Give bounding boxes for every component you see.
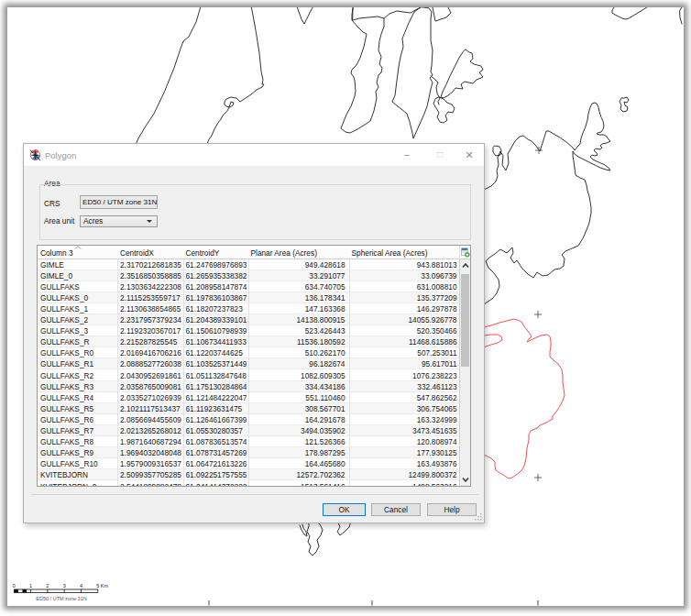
svg-text:2: 2 <box>46 583 49 588</box>
svg-text:0: 0 <box>13 583 16 588</box>
svg-text:ED50 / UTM zone 31N: ED50 / UTM zone 31N <box>36 596 86 601</box>
svg-text:1: 1 <box>29 583 32 588</box>
svg-text:4: 4 <box>80 583 82 588</box>
svg-text:3: 3 <box>63 583 66 588</box>
svg-text:Km: Km <box>101 583 109 588</box>
svg-text:5: 5 <box>96 583 99 588</box>
